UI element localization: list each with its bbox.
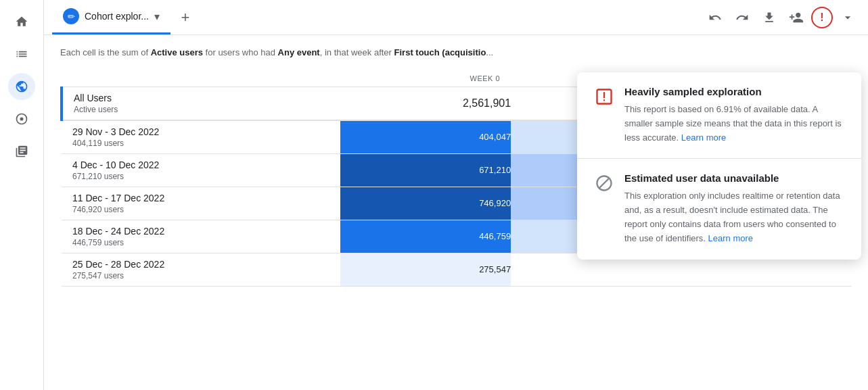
sidebar-item-attribution[interactable] xyxy=(8,105,35,132)
row-label-2: 11 Dec - 17 Dec 2022 746,920 users xyxy=(62,187,340,220)
popup-body-1: This report is based on 6.91% of availab… xyxy=(624,103,845,145)
row-users-4: 275,547 users xyxy=(72,271,329,281)
popup-warning-icon xyxy=(593,86,615,107)
row-0-week0: 404,047 xyxy=(340,120,511,154)
tabs-bar: ✏ Cohort explor... ▾ + ! xyxy=(44,0,868,35)
all-users-week0: 2,561,901 xyxy=(340,87,511,120)
popup-body-text-1: This report is based on 6.91% of availab… xyxy=(624,104,842,143)
sidebar-item-reports[interactable] xyxy=(8,41,35,68)
row-users-3: 446,759 users xyxy=(72,238,329,247)
row-date-4: 25 Dec - 28 Dec 2022 xyxy=(72,259,329,270)
row-2-week0: 746,920 xyxy=(340,187,511,220)
main-content: ✏ Cohort explor... ▾ + ! xyxy=(44,0,868,390)
popup-section-estimated: Estimated user data unavailable This exp… xyxy=(577,159,861,259)
row-users-0: 404,119 users xyxy=(72,139,329,148)
col-header-week0: WEEK 0 xyxy=(340,70,511,87)
description-bar: Each cell is the sum of Active users for… xyxy=(60,46,852,59)
row-users-1: 671,210 users xyxy=(72,172,329,181)
row-label-1: 4 Dec - 10 Dec 2022 671,210 users xyxy=(62,153,340,187)
svg-point-3 xyxy=(603,99,605,101)
sidebar xyxy=(0,0,44,390)
tab-edit-icon: ✏ xyxy=(63,8,79,24)
warning-button[interactable]: ! xyxy=(811,7,833,28)
download-button[interactable] xyxy=(757,5,781,30)
popup-blocked-icon xyxy=(593,172,615,194)
row-date-1: 4 Dec - 10 Dec 2022 xyxy=(72,160,329,170)
row-users-2: 746,920 users xyxy=(72,205,329,214)
row-3-week0: 446,759 xyxy=(340,220,511,253)
row-label-3: 18 Dec - 24 Dec 2022 446,759 users xyxy=(62,220,340,253)
desc-bold2: Any event xyxy=(278,47,320,57)
add-tab-button[interactable]: + xyxy=(173,5,198,30)
row-1-week0: 671,210 xyxy=(340,153,511,187)
popup-section1-content: Heavily sampled exploration This report … xyxy=(624,86,845,145)
popup-header-2: Estimated user data unavailable This exp… xyxy=(593,172,845,245)
desc-text-before: Each cell is the sum of xyxy=(60,47,151,57)
undo-button[interactable] xyxy=(703,5,727,30)
popup-header-1: Heavily sampled exploration This report … xyxy=(593,86,845,145)
sidebar-item-explore[interactable] xyxy=(8,73,35,100)
tab-dropdown-icon[interactable]: ▾ xyxy=(154,10,160,23)
desc-text-mid2: , in that week after xyxy=(320,47,394,57)
sidebar-item-library[interactable] xyxy=(8,138,35,165)
row-date-2: 11 Dec - 17 Dec 2022 xyxy=(72,193,329,203)
desc-text-after: ... xyxy=(486,47,493,57)
redo-button[interactable] xyxy=(730,5,754,30)
row-date-0: 29 Nov - 3 Dec 2022 xyxy=(72,126,329,137)
popup-title-2: Estimated user data unavailable xyxy=(624,172,845,184)
all-users-title: All Users xyxy=(74,93,329,103)
more-options-button[interactable] xyxy=(836,5,860,30)
col-header-label xyxy=(62,70,340,87)
popup-section2-content: Estimated user data unavailable This exp… xyxy=(624,172,845,245)
row-4-week0: 275,547 xyxy=(340,253,511,286)
desc-bold3: First touch (acquisitio xyxy=(394,47,486,57)
popup-title-1: Heavily sampled exploration xyxy=(624,86,845,97)
sidebar-item-home[interactable] xyxy=(8,8,35,35)
tab-title: Cohort explor... xyxy=(85,11,149,22)
row-label-4: 25 Dec - 28 Dec 2022 275,547 users xyxy=(62,253,340,286)
active-tab[interactable]: ✏ Cohort explor... ▾ xyxy=(52,0,170,34)
svg-point-1 xyxy=(20,118,24,121)
content-area: Each cell is the sum of Active users for… xyxy=(44,35,868,390)
popup-learn-more-1[interactable]: Learn more xyxy=(681,132,726,143)
toolbar-right: ! xyxy=(703,5,860,30)
row-label-0: 29 Nov - 3 Dec 2022 404,119 users xyxy=(62,120,340,154)
desc-bold1: Active users xyxy=(151,47,203,57)
row-date-3: 18 Dec - 24 Dec 2022 xyxy=(72,226,329,237)
share-button[interactable] xyxy=(784,5,808,30)
all-users-subtitle: Active users xyxy=(74,105,329,114)
popup-learn-more-2[interactable]: Learn more xyxy=(708,233,753,243)
popup-body-2: This exploration only includes realtime … xyxy=(624,189,845,245)
all-users-label-cell: All Users Active users xyxy=(62,87,340,120)
desc-text-mid1: for users who had xyxy=(203,47,278,57)
popup-overlay: Heavily sampled exploration This report … xyxy=(577,72,861,260)
popup-section-sampling: Heavily sampled exploration This report … xyxy=(577,72,861,159)
